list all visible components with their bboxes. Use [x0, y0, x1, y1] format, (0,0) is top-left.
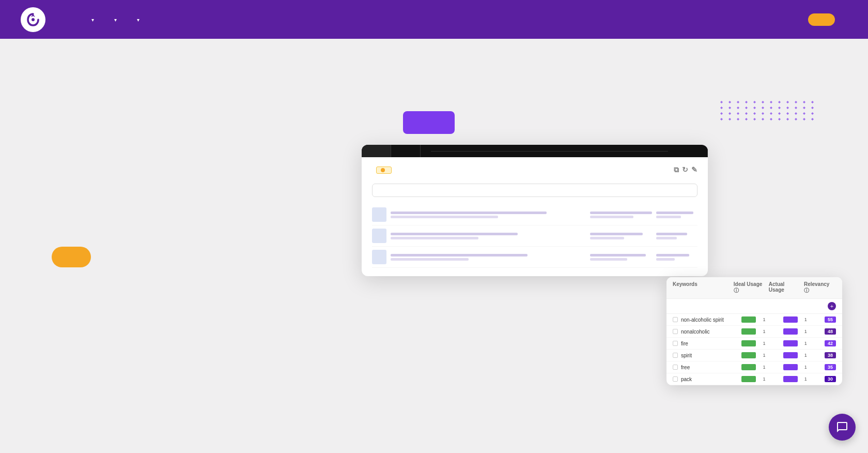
nav-right	[808, 13, 847, 26]
actual-bar-container: 1	[783, 376, 822, 382]
ideal-bar	[741, 364, 756, 370]
actual-value: 1	[798, 376, 807, 382]
kw-col-ideal: Ideal Usage ⓘ	[734, 281, 766, 294]
actual-bar	[783, 364, 798, 370]
login-button[interactable]	[843, 16, 847, 24]
card-body: ⧉ ↻ ✎	[362, 157, 708, 276]
row-bars	[391, 212, 586, 218]
ideal-value: 1	[756, 376, 765, 382]
ideal-bar	[741, 352, 756, 358]
free-trial-button[interactable]	[808, 13, 835, 26]
keyword-row: free 1 1 35	[667, 361, 842, 373]
nav-links: ▾ ▾ ▾	[82, 12, 808, 27]
row-thumbnail	[372, 207, 386, 222]
actual-bar-container: 1	[783, 340, 822, 346]
actual-bar	[783, 328, 798, 335]
field-label-row: ⧉ ↻ ✎	[372, 165, 698, 174]
relevancy-score: 42	[825, 340, 836, 346]
relevancy-score: 55	[825, 316, 836, 323]
kw-col-actual: Actual Usage	[769, 281, 801, 294]
actual-bar	[783, 316, 798, 323]
decorative-dots: // Generate dots via JS const dp = docum…	[720, 101, 816, 120]
kw-col-relevancy: Relevancy ⓘ	[804, 281, 836, 294]
kw-col-keywords: Keywords	[673, 281, 731, 294]
keyword-row: pack 1 1 30	[667, 373, 842, 385]
keywords-header: Keywords Ideal Usage ⓘ Actual Usage Rele…	[667, 277, 842, 299]
actual-value: 1	[798, 329, 807, 334]
copy-icon[interactable]: ⧉	[674, 165, 679, 174]
table-row	[372, 247, 698, 268]
tab-listing-name[interactable]	[391, 145, 421, 157]
chat-widget-button[interactable]	[829, 414, 856, 441]
keyword-row: fire 1 1 42	[667, 338, 842, 350]
keyword-checkbox[interactable]	[673, 365, 678, 370]
keyword-checkbox[interactable]	[673, 341, 678, 346]
keyword-name: free	[681, 365, 738, 370]
field-action-icons: ⧉ ↻ ✎	[674, 165, 698, 174]
ideal-bar	[741, 376, 756, 382]
ideal-value: 1	[756, 365, 765, 370]
actual-value: 1	[798, 341, 807, 346]
navbar: ▾ ▾ ▾	[0, 0, 868, 39]
relevancy-score: 38	[825, 352, 836, 358]
tab-aim[interactable]	[362, 145, 391, 157]
nav-why-smartscout[interactable]: ▾	[82, 12, 101, 27]
ideal-value: 1	[756, 329, 765, 334]
nav-pricing[interactable]	[167, 16, 182, 24]
relevancy-score: 30	[825, 376, 836, 382]
nav-features[interactable]: ▾	[104, 12, 124, 27]
row-bars	[391, 254, 586, 261]
ideal-value: 1	[756, 341, 765, 346]
cta-button[interactable]	[52, 247, 91, 267]
listing-text-field[interactable]	[372, 184, 698, 197]
keyword-name: spirit	[681, 353, 738, 358]
keyword-checkbox[interactable]	[673, 353, 678, 358]
keyword-name: non-alcoholic spirit	[681, 317, 738, 323]
actual-value: 1	[798, 317, 807, 322]
chevron-down-icon: ▾	[137, 17, 140, 23]
logo[interactable]	[21, 7, 51, 32]
actual-value: 1	[798, 353, 807, 358]
ideal-bar	[741, 340, 756, 346]
refresh-icon[interactable]: ↻	[682, 165, 688, 174]
actual-bar	[783, 376, 798, 382]
keyword-name: pack	[681, 376, 738, 382]
chevron-down-icon: ▾	[91, 17, 94, 23]
actual-bar-container: 1	[783, 352, 822, 358]
table-row	[372, 204, 698, 225]
keyword-checkbox[interactable]	[673, 317, 678, 322]
keyword-row: non-alcoholic spirit 1 1 55	[667, 314, 842, 326]
add-keyword-icon[interactable]: +	[828, 302, 836, 310]
actual-bar-container: 1	[783, 316, 822, 323]
edit-icon[interactable]: ✎	[691, 165, 698, 174]
nav-see-a-demo[interactable]	[185, 16, 199, 24]
keyword-checkbox[interactable]	[673, 329, 678, 334]
keyword-checkbox[interactable]	[673, 376, 678, 382]
actual-bar	[783, 352, 798, 358]
relevancy-score: 35	[825, 364, 836, 370]
hero-left	[52, 224, 362, 267]
ideal-value: 1	[756, 317, 765, 322]
ideal-bar-container: 1	[741, 340, 780, 346]
ideal-value: 1	[756, 353, 765, 358]
ideal-bar-container: 1	[741, 364, 780, 370]
actual-bar-container: 1	[783, 364, 822, 370]
main-interface-card: ⧉ ↻ ✎	[362, 145, 708, 276]
nav-resources[interactable]: ▾	[127, 12, 147, 27]
add-keyword-row[interactable]: +	[667, 299, 842, 314]
product-listing-card	[403, 111, 455, 134]
row-thumbnail	[372, 250, 386, 264]
hero-section: // Generate dots via JS const dp = docum…	[0, 39, 868, 452]
ideal-bar	[741, 328, 756, 335]
actual-bar	[783, 340, 798, 346]
logo-icon	[21, 7, 45, 32]
tab-title[interactable]	[678, 145, 708, 157]
hero-mockup: // Generate dots via JS const dp = docum…	[362, 96, 827, 396]
card-tabs-header	[362, 145, 708, 157]
ideal-bar-container: 1	[741, 328, 780, 335]
nav-seller-map[interactable]	[150, 16, 164, 24]
ideal-bar-container: 1	[741, 376, 780, 382]
row-bars	[391, 233, 586, 239]
table-row	[372, 225, 698, 247]
keyword-name: fire	[681, 341, 738, 346]
